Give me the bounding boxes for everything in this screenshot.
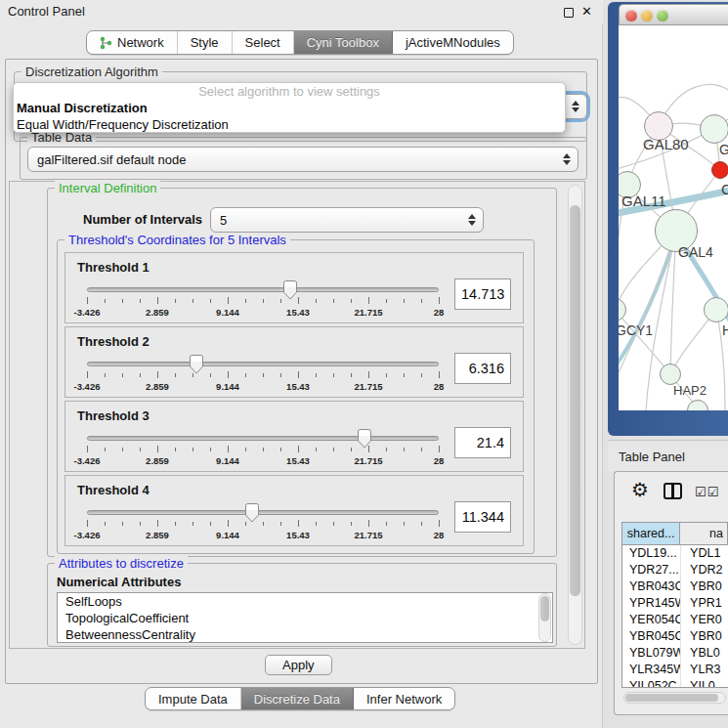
table-cell[interactable]: YDR27... [622,562,680,578]
network-node[interactable] [704,297,728,322]
threshold-slider[interactable]: -3.4262.8599.14415.4321.71528 [87,359,439,402]
tab-infer-network[interactable]: Infer Network [354,688,454,709]
table-row[interactable]: YBR045CYBR0 [622,628,728,645]
threshold-slider[interactable]: -3.4262.8599.14415.4321.71528 [87,284,439,327]
scrollbar-thumb[interactable] [540,596,549,621]
threshold-label: Threshold 4 [77,483,511,497]
number-of-intervals-combobox[interactable]: 5 [210,207,484,233]
minimize-traffic-light-icon[interactable] [641,10,653,21]
column-layout-icon[interactable] [664,483,682,499]
threshold-panel: Threshold 1 -3.4262.8599.14415.4321.7152… [64,252,524,323]
zoom-traffic-light-icon[interactable] [657,10,668,21]
table-row[interactable]: YDR27...YDR2 [622,562,728,578]
threshold-value-field[interactable] [454,278,511,310]
tab-jactivemnodules[interactable]: jActiveMNodules [393,31,513,54]
slider-thumb[interactable] [282,280,298,300]
table-cell[interactable]: YDL19... [622,545,680,562]
network-window-titlebar[interactable] [619,4,728,25]
threshold-label: Threshold 3 [77,408,511,423]
vertical-scrollbar[interactable] [568,185,582,645]
table-cell[interactable]: YBR045C [622,628,680,645]
attributes-list-scrollbar[interactable] [538,593,551,642]
slider-thumb[interactable] [357,429,372,449]
slider-track[interactable] [87,436,439,441]
table-cell[interactable]: YBL079W [622,645,680,662]
threshold-slider[interactable]: -3.4262.8599.14415.4321.71528 [87,507,439,550]
table-row[interactable]: YER054CYER0 [622,612,728,628]
tab-select[interactable]: Select [233,31,294,54]
close-icon[interactable]: ✕ [581,4,592,19]
table-cell[interactable]: YLR3 [680,662,728,678]
attributes-group-label: Attributes to discretize [55,556,188,571]
numerical-attributes-list[interactable]: SelfLoopsTopologicalCoefficientBetweenne… [57,592,553,643]
numerical-attributes-label: Numerical Attributes [57,575,181,589]
table-cell[interactable]: YER0 [680,612,728,628]
tab-style[interactable]: Style [178,31,233,54]
network-node[interactable] [711,161,728,179]
combo-stepper-icon [563,153,571,165]
threshold-value-field[interactable] [454,353,511,384]
tab-discretize-data[interactable]: Discretize Data [241,688,354,709]
table-cell[interactable]: YBL0 [680,645,728,662]
list-item[interactable]: TopologicalCoefficient [58,610,552,626]
slider-ticks [87,520,439,528]
slider-track[interactable] [87,510,439,515]
table-body: YDL19...YDL1YDR27...YDR2YBR043CYBR0YPR14… [622,545,728,688]
node-table: shared... na YDL19...YDL1YDR27...YDR2YBR… [621,522,728,688]
scrollbar-thumb[interactable] [625,694,718,702]
network-node[interactable] [700,114,728,144]
apply-button[interactable]: Apply [265,655,332,675]
tab-network[interactable]: Network [87,31,178,54]
table-cell[interactable]: YIL0 [680,678,728,688]
dropdown-option-manual[interactable]: Manual Discretization [14,100,565,116]
table-row[interactable]: YLR345WYLR3 [622,662,728,678]
table-data-combobox[interactable]: galFiltered.sif default node [27,147,578,172]
table-cell[interactable]: YIL052C [622,678,680,688]
network-canvas[interactable]: GAL80GCGAL11GAL4GCY1HHAP2 [619,25,728,410]
column-header-shared-name[interactable]: shared... [622,523,680,544]
threshold-value-field[interactable] [454,501,511,533]
list-item[interactable]: SelfLoops [58,593,552,610]
gear-icon[interactable]: ⚙ [631,478,649,501]
table-row[interactable]: YBL079WYBL0 [622,645,728,662]
table-cell[interactable]: YPR1 [680,595,728,612]
slider-thumb[interactable] [244,503,260,523]
list-item[interactable]: BetweennessCentrality [58,626,552,643]
table-cell[interactable]: YDL1 [680,545,728,562]
threshold-slider[interactable]: -3.4262.8599.14415.4321.71528 [87,433,439,476]
table-cell[interactable]: YBR043C [622,578,680,595]
table-cell[interactable]: YBR0 [680,578,728,595]
threshold-panel: Threshold 4 -3.4262.8599.14415.4321.7152… [64,475,524,546]
table-row[interactable]: YIL052CYIL0 [622,678,728,688]
table-cell[interactable]: YER054C [622,612,680,628]
table-panel-title: Table Panel [619,450,685,464]
table-cell[interactable]: YLR345W [622,662,680,678]
table-cell[interactable]: YPR145W [622,595,680,612]
tab-impute-data[interactable]: Impute Data [146,688,241,709]
dropdown-option-equal-width[interactable]: Equal Width/Frequency Discretization [14,116,565,133]
table-horizontal-scrollbar[interactable] [623,692,726,704]
control-panel-titlebar: Control Panel ✕ [0,0,603,23]
app-root: Control Panel ✕ Network Style Select Cyn… [0,0,728,728]
top-tab-bar: Network Style Select Cyni Toolbox jActiv… [86,30,514,55]
slider-track[interactable] [87,287,439,292]
slider-track[interactable] [87,362,439,366]
tab-cyni-toolbox[interactable]: Cyni Toolbox [294,31,393,54]
network-node[interactable] [660,364,681,385]
column-header-name[interactable]: na [680,523,728,544]
slider-thumb[interactable] [189,355,204,374]
scrollbar-thumb[interactable] [570,205,580,596]
select-columns-checkboxes-icon[interactable]: ☑☑ [695,485,719,499]
table-row[interactable]: YDL19...YDL1 [622,545,728,562]
table-header-row: shared... na [622,523,728,545]
table-row[interactable]: YPR145WYPR1 [622,595,728,612]
table-cell[interactable]: YBR0 [680,628,728,645]
slider-tick-labels: -3.4262.8599.14415.4321.71528 [87,307,439,319]
table-cell[interactable]: YDR2 [680,562,728,578]
float-window-icon[interactable] [564,8,574,18]
table-row[interactable]: YBR043CYBR0 [622,578,728,595]
close-traffic-light-icon[interactable] [625,10,637,21]
threshold-value-field[interactable] [454,427,511,458]
table-panel-header: Table Panel [608,440,728,471]
threshold-label: Threshold 2 [77,334,511,349]
